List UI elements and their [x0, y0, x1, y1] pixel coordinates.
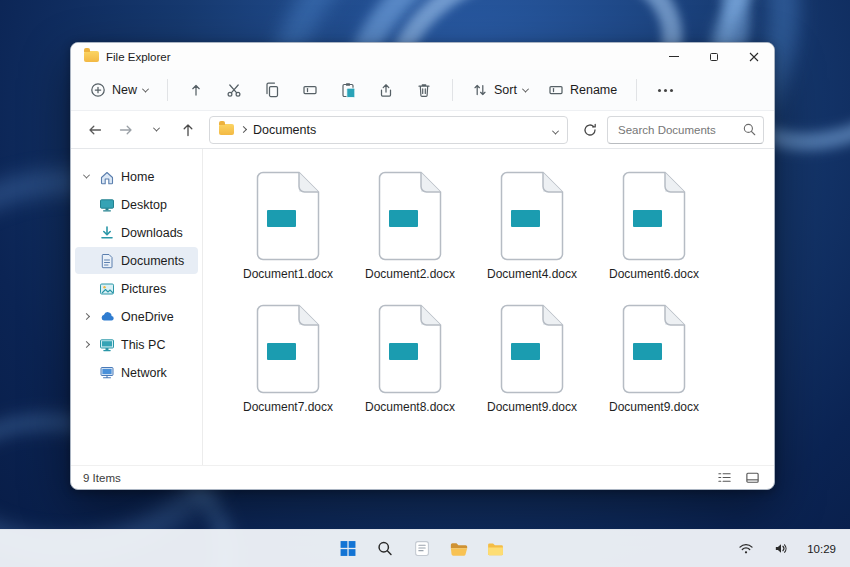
search-icon — [742, 122, 757, 137]
sidebar-item-this-pc[interactable]: This PC — [75, 331, 198, 358]
cut-button[interactable] — [219, 75, 249, 105]
maximize-icon — [710, 53, 718, 61]
wifi-button[interactable] — [733, 536, 759, 562]
file-item[interactable]: Document4.docx — [481, 167, 583, 300]
rename-icon-button[interactable] — [295, 75, 325, 105]
file-explorer-window: File Explorer New — [70, 42, 775, 490]
expand-chevron[interactable] — [79, 314, 93, 319]
thumbnail-view-icon — [745, 470, 760, 485]
more-options-icon — [658, 89, 661, 92]
details-view-button[interactable] — [714, 469, 734, 487]
search-input[interactable] — [607, 116, 764, 144]
new-label: New — [112, 83, 137, 97]
close-button[interactable] — [734, 43, 774, 70]
large-icons-view-button[interactable] — [742, 469, 762, 487]
notes-app-icon — [413, 540, 430, 557]
documents-icon — [99, 253, 115, 269]
sidebar-item-home[interactable]: Home — [75, 163, 198, 190]
pinned-folder-button[interactable] — [483, 536, 509, 562]
expand-chevron[interactable] — [79, 342, 93, 347]
chevron-right-icon — [82, 313, 89, 320]
sidebar-item-network[interactable]: Network — [75, 359, 198, 386]
sidebar-item-downloads[interactable]: Downloads — [75, 219, 198, 246]
rename-button[interactable]: Rename — [539, 75, 626, 106]
chevron-right-icon — [82, 341, 89, 348]
forward-button[interactable] — [112, 116, 139, 143]
sidebar-item-documents[interactable]: Documents — [75, 247, 198, 274]
folder-icon — [487, 541, 505, 557]
new-button[interactable]: New — [81, 75, 157, 106]
sidebar-item-label: Home — [121, 170, 154, 184]
address-dropdown-button[interactable] — [553, 121, 558, 139]
chevron-down-icon — [142, 85, 149, 92]
chevron-down-icon — [82, 172, 89, 179]
collapse-chevron[interactable] — [79, 174, 93, 179]
sidebar-item-label: Downloads — [121, 226, 183, 240]
cut-icon — [226, 82, 242, 98]
home-icon — [99, 169, 115, 185]
forward-icon — [118, 122, 134, 138]
file-name: Document7.docx — [243, 400, 333, 414]
sort-button[interactable]: Sort — [463, 75, 537, 106]
file-item[interactable]: Document9.docx — [481, 300, 583, 433]
chevron-right-icon — [240, 126, 247, 133]
file-explorer-taskbar-button[interactable] — [446, 536, 472, 562]
toolbar-divider — [167, 79, 168, 101]
file-item[interactable]: Document1.docx — [237, 167, 339, 300]
share-button[interactable] — [371, 75, 401, 105]
up-button[interactable] — [174, 116, 201, 143]
paste-button[interactable] — [333, 75, 363, 105]
navigation-pane: Home Desktop Downloads — [71, 149, 203, 465]
new-plus-icon — [90, 82, 106, 98]
titlebar[interactable]: File Explorer — [71, 43, 774, 70]
docx-file-icon — [252, 304, 324, 394]
toolbar-divider — [636, 79, 637, 101]
up-arrow-icon — [188, 82, 204, 98]
start-button[interactable] — [335, 536, 361, 562]
address-bar[interactable]: Documents — [209, 116, 568, 144]
taskbar-clock[interactable]: 10:29 — [803, 541, 840, 557]
file-name: Document1.docx — [243, 267, 333, 281]
taskbar-center-icons — [335, 530, 509, 567]
sidebar-item-pictures[interactable]: Pictures — [75, 275, 198, 302]
breadcrumb-documents[interactable]: Documents — [253, 123, 316, 137]
folder-icon — [84, 51, 99, 62]
docx-file-icon — [374, 304, 446, 394]
paste-icon — [340, 82, 356, 98]
file-item[interactable]: Document7.docx — [237, 300, 339, 433]
file-item[interactable]: Document6.docx — [603, 167, 705, 300]
sidebar-item-desktop[interactable]: Desktop — [75, 191, 198, 218]
desktop-icon — [99, 197, 115, 213]
file-item[interactable]: Document8.docx — [359, 300, 461, 433]
pictures-icon — [99, 281, 115, 297]
move-up-button[interactable] — [181, 75, 211, 105]
rename-icon — [548, 82, 564, 98]
docx-file-icon — [252, 171, 324, 261]
taskbar-search-button[interactable] — [372, 536, 398, 562]
chevron-down-icon — [522, 85, 529, 92]
sort-label: Sort — [494, 83, 517, 97]
maximize-button[interactable] — [694, 43, 734, 70]
more-options-button[interactable] — [650, 75, 680, 105]
back-button[interactable] — [81, 116, 108, 143]
sidebar-item-label: OneDrive — [121, 310, 174, 324]
sidebar-item-onedrive[interactable]: OneDrive — [75, 303, 198, 330]
file-name: Document9.docx — [609, 400, 699, 414]
command-toolbar: New Sort — [71, 70, 774, 111]
file-item[interactable]: Document2.docx — [359, 167, 461, 300]
file-item[interactable]: Document9.docx — [603, 300, 705, 433]
window-title: File Explorer — [106, 51, 171, 63]
share-icon — [378, 82, 394, 98]
file-grid: Document1.docx Document2.docx Document4.… — [203, 149, 774, 433]
recent-locations-button[interactable] — [143, 116, 170, 143]
item-count: 9 Items — [83, 472, 121, 484]
minimize-button[interactable] — [654, 43, 694, 70]
copy-button[interactable] — [257, 75, 287, 105]
refresh-button[interactable] — [576, 116, 603, 143]
volume-button[interactable] — [768, 536, 794, 562]
delete-button[interactable] — [409, 75, 439, 105]
file-name: Document4.docx — [487, 267, 577, 281]
search-box — [607, 116, 764, 144]
notes-app-button[interactable] — [409, 536, 435, 562]
copy-icon — [264, 82, 280, 98]
